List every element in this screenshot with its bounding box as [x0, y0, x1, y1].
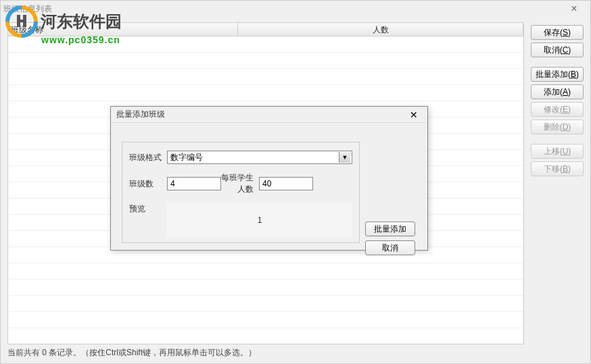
cancel-button[interactable]: 取消(C): [531, 43, 584, 57]
students-label: 每班学生人数: [221, 172, 259, 195]
dialog-titlebar[interactable]: 批量添加班级 ✕: [111, 107, 427, 123]
batch-add-button[interactable]: 批量添加(B): [531, 67, 584, 82]
dialog-title: 批量添加班级: [116, 109, 406, 120]
move-up-button: 上移(U): [531, 144, 584, 159]
preview-box: 1: [167, 203, 352, 237]
column-class-name[interactable]: 班级名称: [8, 23, 238, 36]
dialog-cancel-button[interactable]: 取消: [365, 240, 415, 255]
preview-label: 预览: [129, 203, 167, 215]
dialog-close-button[interactable]: ✕: [406, 109, 422, 120]
window-titlebar: 班级信息列表 ×: [1, 1, 590, 17]
dialog-body: 班级格式 数字编号 班级数 每班学生人数 预览 1 批量添加 取消: [111, 123, 427, 250]
window-title: 班级信息列表: [3, 3, 561, 15]
save-button[interactable]: 保存(S): [531, 25, 584, 40]
count-label: 班级数: [129, 178, 167, 190]
class-count-input[interactable]: [167, 177, 221, 190]
modify-button: 修改(E): [531, 102, 584, 117]
column-count[interactable]: 人数: [238, 23, 523, 36]
move-down-button: 下移(B): [531, 161, 584, 176]
form-group: 班级格式 数字编号 班级数 每班学生人数 预览 1: [122, 142, 360, 243]
main-window: 班级信息列表 × 河东软件园 www.pc0359.cn 班级名称 人数: [0, 0, 591, 364]
format-combobox[interactable]: 数字编号: [167, 151, 352, 164]
batch-add-dialog: 批量添加班级 ✕ 班级格式 数字编号 班级数 每班学生人数 预览 1: [110, 106, 428, 251]
status-bar: 当前共有 0 条记录。（按住Ctrl或Shift键，再用鼠标单击可以多选。）: [7, 347, 584, 361]
format-label: 班级格式: [129, 152, 167, 163]
delete-button: 删除(D): [531, 120, 584, 134]
window-close-button[interactable]: ×: [561, 3, 588, 15]
sidebar: 保存(S) 取消(C) 批量添加(B) 添加(A) 修改(E) 删除(D) 上移…: [531, 25, 584, 179]
dialog-batch-add-button[interactable]: 批量添加: [365, 222, 415, 236]
table-header: 班级名称 人数: [8, 23, 523, 36]
add-button[interactable]: 添加(A): [531, 84, 584, 99]
students-input[interactable]: [259, 177, 313, 190]
